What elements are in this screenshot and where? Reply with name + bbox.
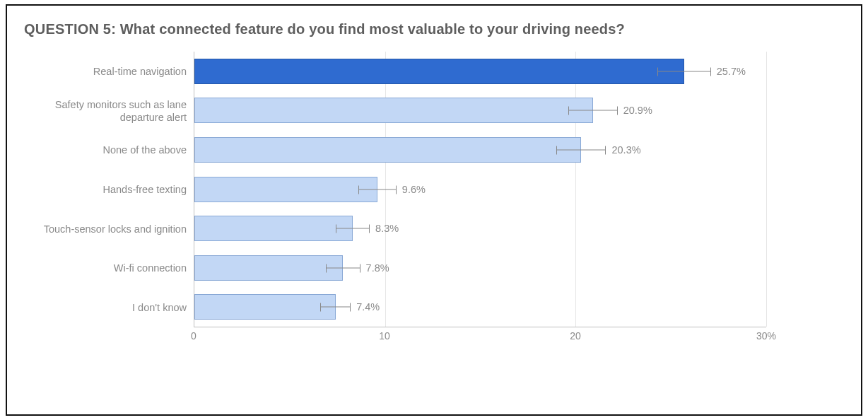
bar-chart: 25.7%20.9%20.3%9.6%8.3%7.8%7.4% 0102030%… xyxy=(24,45,844,370)
chart-title: QUESTION 5: What connected feature do yo… xyxy=(24,21,844,37)
x-tick: 30% xyxy=(756,330,776,342)
value-label: 20.3% xyxy=(611,144,640,156)
value-label: 20.9% xyxy=(623,105,652,116)
error-bar xyxy=(556,149,606,150)
category-label: Hands-free texting xyxy=(38,183,187,196)
error-bar xyxy=(568,110,618,111)
value-label: 8.3% xyxy=(375,223,399,234)
value-label: 7.4% xyxy=(356,301,380,313)
value-label: 25.7% xyxy=(717,66,746,77)
category-label: Real-time navigation xyxy=(38,65,187,78)
x-axis: 0102030% xyxy=(194,330,766,347)
bar xyxy=(194,255,343,281)
category-label: I don't know xyxy=(38,301,187,314)
y-axis-labels: Real-time navigationSafety monitors such… xyxy=(24,52,187,327)
error-bar xyxy=(336,228,370,229)
bar xyxy=(194,98,593,123)
chart-card: QUESTION 5: What connected feature do yo… xyxy=(6,4,862,416)
value-label: 9.6% xyxy=(402,184,426,195)
bar xyxy=(194,216,353,241)
error-bar xyxy=(326,267,360,268)
gridline xyxy=(766,52,767,327)
bar xyxy=(194,294,336,320)
plot-area: 25.7%20.9%20.3%9.6%8.3%7.8%7.4% xyxy=(194,52,766,327)
error-bar xyxy=(657,71,711,71)
error-bar xyxy=(320,307,351,308)
category-label: Touch-sensor locks and ignition xyxy=(38,223,187,235)
x-tick: 20 xyxy=(570,330,581,342)
error-bar xyxy=(358,189,397,189)
category-label: None of the above xyxy=(38,144,187,156)
bar xyxy=(194,177,377,202)
category-label: Wi-fi connection xyxy=(38,262,187,274)
bar xyxy=(194,137,581,163)
bars: 25.7%20.9%20.3%9.6%8.3%7.8%7.4% xyxy=(194,52,766,327)
bar-highlight xyxy=(194,59,684,84)
value-label: 7.8% xyxy=(366,262,389,274)
category-label: Safety monitors such as lane departure a… xyxy=(38,98,187,123)
x-tick: 0 xyxy=(191,330,197,342)
x-tick: 10 xyxy=(379,330,390,342)
